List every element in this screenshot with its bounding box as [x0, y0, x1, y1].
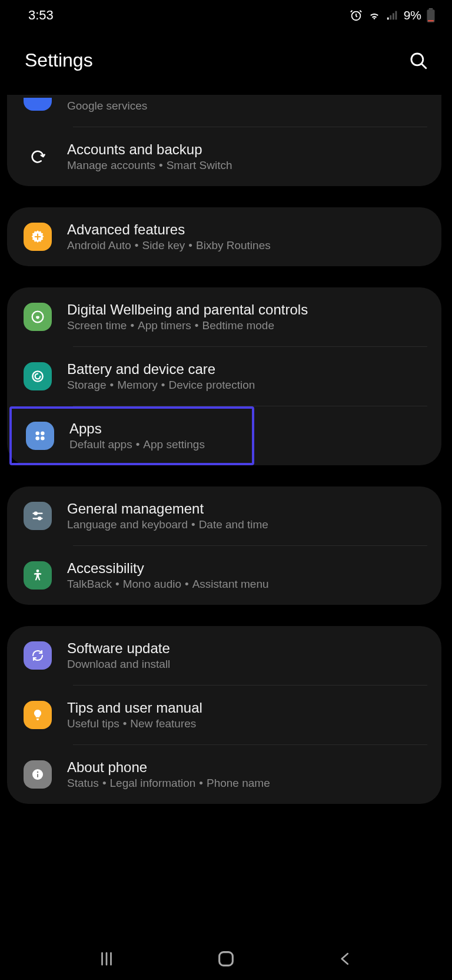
- wifi-icon: [367, 9, 381, 22]
- google-icon: [24, 98, 52, 111]
- app-header: Settings: [0, 31, 452, 95]
- item-title: Accounts and backup: [67, 141, 425, 158]
- update-icon: [24, 641, 52, 670]
- svg-point-20: [36, 570, 39, 572]
- item-title: About phone: [67, 759, 425, 776]
- settings-item-accessibility[interactable]: Accessibility TalkBack•Mono audio•Assist…: [7, 546, 441, 605]
- settings-item-accounts-backup[interactable]: Accounts and backup Manage accounts•Smar…: [7, 127, 441, 186]
- item-title: Tips and user manual: [67, 700, 425, 716]
- item-title: Advanced features: [67, 221, 425, 238]
- svg-line-9: [421, 64, 426, 68]
- settings-group-advanced: Advanced features Android Auto•Side key•…: [7, 207, 441, 266]
- item-title: Software update: [67, 640, 425, 657]
- svg-rect-5: [429, 8, 433, 9]
- svg-rect-2: [390, 15, 391, 19]
- settings-group-general: General management Language and keyboard…: [7, 486, 441, 605]
- settings-item-google[interactable]: Google services: [7, 97, 441, 127]
- apps-icon: [26, 422, 54, 450]
- search-icon[interactable]: [408, 51, 428, 71]
- item-title: General management: [67, 501, 425, 517]
- svg-point-15: [41, 436, 45, 441]
- item-subtitle: Google services: [67, 100, 425, 112]
- nav-recents-button[interactable]: [98, 950, 115, 968]
- svg-point-13: [41, 431, 45, 435]
- settings-item-advanced-features[interactable]: Advanced features Android Auto•Side key•…: [7, 207, 441, 266]
- settings-list: Google services Accounts and backup Mana…: [0, 95, 452, 804]
- item-subtitle: Storage•Memory•Device protection: [67, 379, 425, 392]
- person-icon: [24, 561, 52, 590]
- status-bar: 3:53 9%: [0, 0, 452, 31]
- svg-rect-7: [428, 20, 434, 21]
- item-subtitle: TalkBack•Mono audio•Assistant menu: [67, 578, 425, 591]
- item-subtitle: Language and keyboard•Date and time: [67, 518, 425, 531]
- item-title: Digital Wellbeing and parental controls: [67, 302, 425, 318]
- settings-item-apps[interactable]: Apps Default apps•App settings: [9, 406, 254, 465]
- page-title: Settings: [25, 49, 93, 71]
- settings-group-care: Digital Wellbeing and parental controls …: [7, 287, 441, 465]
- settings-item-general-management[interactable]: General management Language and keyboard…: [7, 486, 441, 545]
- sliders-icon: [24, 502, 52, 530]
- settings-item-battery-care[interactable]: Battery and device care Storage•Memory•D…: [7, 347, 441, 406]
- care-icon: [24, 362, 52, 390]
- settings-item-about-phone[interactable]: About phone Status•Legal information•Pho…: [7, 745, 441, 804]
- svg-rect-23: [37, 774, 38, 777]
- settings-group-google: Google services Accounts and backup Mana…: [7, 95, 441, 186]
- item-subtitle: Status•Legal information•Phone name: [67, 777, 425, 790]
- battery-text: 9%: [404, 8, 421, 22]
- navigation-bar: [0, 938, 452, 980]
- item-subtitle: Useful tips•New features: [67, 717, 425, 730]
- sync-icon: [24, 143, 52, 171]
- svg-point-12: [35, 431, 39, 435]
- svg-point-17: [35, 512, 37, 515]
- svg-rect-1: [387, 18, 388, 20]
- svg-point-22: [37, 772, 39, 773]
- clock: 3:53: [28, 8, 54, 23]
- svg-point-19: [38, 517, 41, 519]
- svg-point-14: [35, 436, 39, 441]
- nav-back-button[interactable]: [337, 950, 354, 968]
- svg-rect-27: [220, 952, 233, 966]
- item-subtitle: Android Auto•Side key•Bixby Routines: [67, 239, 425, 252]
- item-subtitle: Manage accounts•Smart Switch: [67, 159, 425, 172]
- item-title: Apps: [69, 421, 238, 437]
- wellbeing-icon: [24, 303, 52, 331]
- item-subtitle: Download and install: [67, 658, 425, 671]
- settings-group-about: Software update Download and install Tip…: [7, 626, 441, 804]
- item-subtitle: Default apps•App settings: [69, 438, 238, 451]
- signal-icon: [386, 9, 399, 22]
- settings-item-tips[interactable]: Tips and user manual Useful tips•New fea…: [7, 686, 441, 744]
- svg-rect-4: [395, 11, 397, 20]
- svg-rect-3: [393, 13, 394, 19]
- item-title: Accessibility: [67, 560, 425, 577]
- plus-badge-icon: [24, 223, 52, 251]
- item-subtitle: Screen time•App timers•Bedtime mode: [67, 319, 425, 332]
- battery-icon: [426, 8, 436, 22]
- svg-point-11: [32, 371, 42, 381]
- info-icon: [24, 760, 52, 789]
- settings-item-wellbeing[interactable]: Digital Wellbeing and parental controls …: [7, 287, 441, 346]
- settings-item-software-update[interactable]: Software update Download and install: [7, 626, 441, 685]
- status-icons: 9%: [350, 8, 436, 22]
- nav-home-button[interactable]: [216, 949, 236, 969]
- alarm-icon: [350, 9, 363, 22]
- bulb-icon: [24, 701, 52, 729]
- item-title: Battery and device care: [67, 361, 425, 378]
